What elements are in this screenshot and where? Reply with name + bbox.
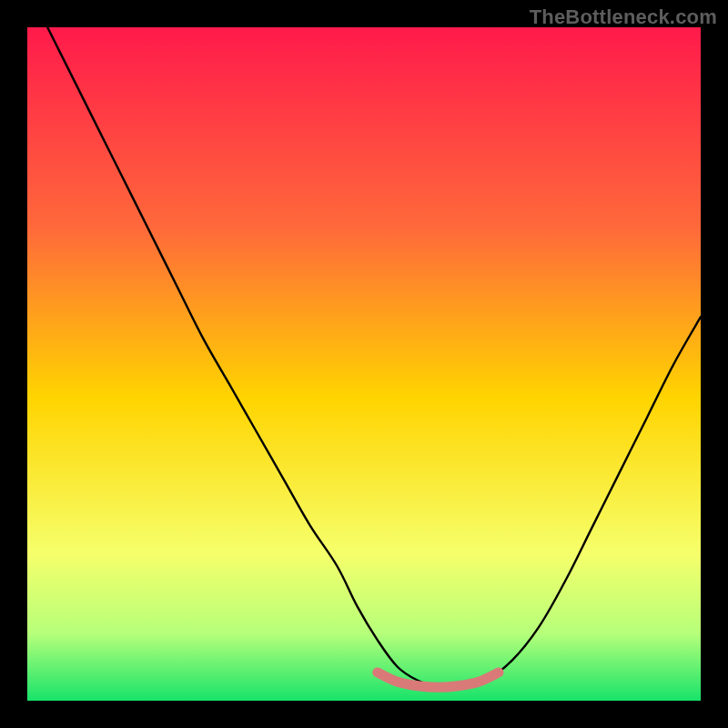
plot-area <box>27 27 701 701</box>
chart-svg <box>27 27 701 701</box>
chart-frame: TheBottleneck.com <box>0 0 728 728</box>
gradient-background <box>27 27 701 701</box>
watermark-text: TheBottleneck.com <box>530 5 717 29</box>
